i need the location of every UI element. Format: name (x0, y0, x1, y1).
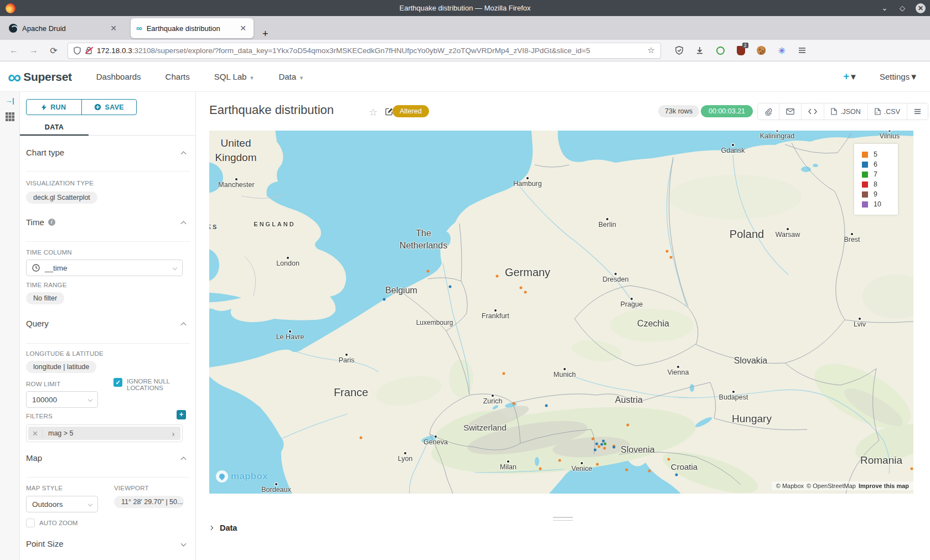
earthquake-point[interactable] (513, 402, 515, 405)
add-filter-button[interactable]: + (177, 410, 186, 419)
auto-zoom-checkbox[interactable]: AUTO ZOOM (26, 518, 78, 527)
attribution-improve-link[interactable]: Improve this map (859, 483, 909, 489)
url-bar[interactable]: 172.18.0.3 :32108/superset/explore/?form… (68, 43, 661, 59)
earthquake-point[interactable] (594, 449, 597, 452)
bookmark-star-icon[interactable]: ☆ (648, 45, 655, 55)
collapse-panel-icon[interactable]: →| (5, 96, 14, 105)
tab-earthquake-distribution[interactable]: ∞ Earthquake distribution ✕ (131, 18, 254, 38)
earthquake-point[interactable] (545, 405, 548, 407)
back-icon[interactable]: ← (8, 45, 20, 55)
window-title: Earthquake distribution — Mozilla Firefo… (400, 4, 531, 12)
earthquake-point[interactable] (666, 250, 669, 253)
section-point-size[interactable]: Point Size (26, 539, 190, 548)
lonlat-value[interactable]: longitude | latitude (26, 361, 96, 373)
earthquake-point[interactable] (627, 424, 629, 427)
new-tab-button[interactable]: + (259, 28, 272, 40)
filter-expand-icon[interactable]: › (166, 429, 180, 438)
datasource-grid-icon[interactable] (5, 112, 15, 122)
map-style-select[interactable]: Outdoors (26, 496, 98, 512)
extension-ghostery-icon[interactable] (715, 45, 725, 55)
earthquake-point[interactable] (675, 474, 678, 476)
export-csv-button[interactable]: x .CSV (868, 103, 907, 120)
earthquake-point[interactable] (360, 437, 363, 439)
row-limit-select[interactable]: 100000 (26, 391, 98, 408)
earthquake-point[interactable] (604, 443, 607, 445)
save-button[interactable]: SAVE (81, 100, 137, 115)
city-label: Munich (554, 371, 576, 378)
nav-plus-button[interactable]: +▼ (844, 71, 857, 82)
run-button[interactable]: RUN (27, 100, 81, 115)
tab-apache-druid[interactable]: Apache Druid ✕ (3, 18, 124, 38)
window-minimize-icon[interactable]: ⌄ (880, 4, 889, 12)
time-range-value[interactable]: No filter (26, 292, 64, 304)
tab-data[interactable]: DATA (20, 120, 89, 136)
resize-handle[interactable] (553, 517, 573, 523)
filter-chip[interactable]: ✕ mag > 5 › (28, 427, 180, 440)
earthquake-point[interactable] (427, 270, 430, 273)
tab-title: Earthquake distribution (147, 24, 234, 33)
ignore-null-checkbox[interactable]: ✓ IGNORE NULL LOCATIONS (113, 378, 185, 391)
insecure-lock-icon[interactable] (85, 46, 92, 55)
permalink-button[interactable] (758, 103, 779, 120)
data-section-toggle[interactable]: Data (209, 523, 237, 532)
pocket-shield-icon[interactable] (674, 45, 684, 55)
attribution-osm-link[interactable]: © OpenStreetMap (807, 483, 856, 489)
altered-badge[interactable]: Altered (392, 105, 429, 117)
remove-filter-icon[interactable]: ✕ (28, 429, 43, 438)
chart-menu-button[interactable] (907, 103, 928, 120)
tracking-shield-icon[interactable] (74, 46, 81, 55)
section-query[interactable]: Query (26, 319, 190, 328)
window-maximize-icon[interactable]: ◇ (898, 4, 907, 12)
viewport-value[interactable]: 11° 28' 29.70" | 50... (114, 496, 184, 508)
favorite-star-icon[interactable]: ☆ (369, 106, 378, 118)
earthquake-point[interactable] (603, 447, 606, 450)
earthquake-point[interactable] (539, 468, 542, 470)
earthquake-point[interactable] (648, 470, 651, 473)
forward-icon[interactable]: → (28, 45, 40, 55)
earthquake-point[interactable] (670, 256, 673, 259)
earthquake-point[interactable] (668, 458, 670, 461)
nav-settings[interactable]: Settings▼ (880, 72, 918, 81)
section-map[interactable]: Map (26, 453, 190, 463)
earthquake-point[interactable] (911, 468, 913, 470)
earthquake-point[interactable] (598, 445, 601, 448)
window-close-icon[interactable]: ✕ (916, 3, 926, 13)
envelope-icon (786, 108, 794, 115)
nav-item-charts[interactable]: Charts (166, 72, 190, 81)
attribution-mapbox-link[interactable]: © Mapbox (776, 483, 804, 489)
nav-item-data[interactable]: Data▼ (278, 72, 304, 81)
earthquake-point[interactable] (520, 287, 523, 289)
earthquake-point[interactable] (503, 372, 505, 375)
tab-close-icon[interactable]: ✕ (238, 24, 248, 33)
earthquake-point[interactable] (559, 459, 561, 462)
export-json-button[interactable]: .JSON (824, 103, 868, 120)
section-chart-type[interactable]: Chart type (26, 148, 190, 157)
extension-multiaccount-icon[interactable]: ✳ (777, 45, 787, 55)
superset-logo[interactable]: ∞ Superset (8, 69, 72, 85)
email-button[interactable] (779, 103, 802, 120)
viz-type-value[interactable]: deck.gl Scatterplot (26, 191, 97, 204)
nav-item-dashboards[interactable]: Dashboards (96, 72, 141, 81)
reload-icon[interactable]: ⟳ (48, 45, 60, 56)
extension-ublock-icon[interactable]: 2 (736, 45, 746, 55)
earthquake-point[interactable] (383, 298, 386, 301)
earthquake-point[interactable] (449, 286, 452, 288)
nav-item-sql-lab[interactable]: SQL Lab▼ (214, 72, 255, 81)
earthquake-point[interactable] (496, 275, 499, 278)
downloads-icon[interactable] (695, 45, 705, 55)
deckgl-scatterplot-map[interactable]: United KingdomENGLANDESThe NetherlandsBe… (209, 131, 913, 494)
earthquake-point[interactable] (626, 469, 628, 471)
earthquake-point[interactable] (596, 463, 599, 466)
time-column-select[interactable]: __time (26, 260, 183, 276)
earthquake-point[interactable] (592, 438, 595, 440)
earthquake-point[interactable] (601, 443, 603, 446)
tab-close-icon[interactable]: ✕ (108, 24, 118, 33)
extension-cookie-icon[interactable] (756, 45, 766, 55)
view-query-button[interactable] (802, 103, 824, 120)
section-time[interactable]: Timei (26, 217, 190, 227)
earthquake-point[interactable] (596, 443, 598, 445)
menu-hamburger-icon[interactable] (797, 45, 807, 55)
earthquake-point[interactable] (524, 291, 527, 294)
mapbox-logo[interactable]: mapbox (216, 470, 268, 483)
earthquake-point[interactable] (613, 446, 616, 449)
